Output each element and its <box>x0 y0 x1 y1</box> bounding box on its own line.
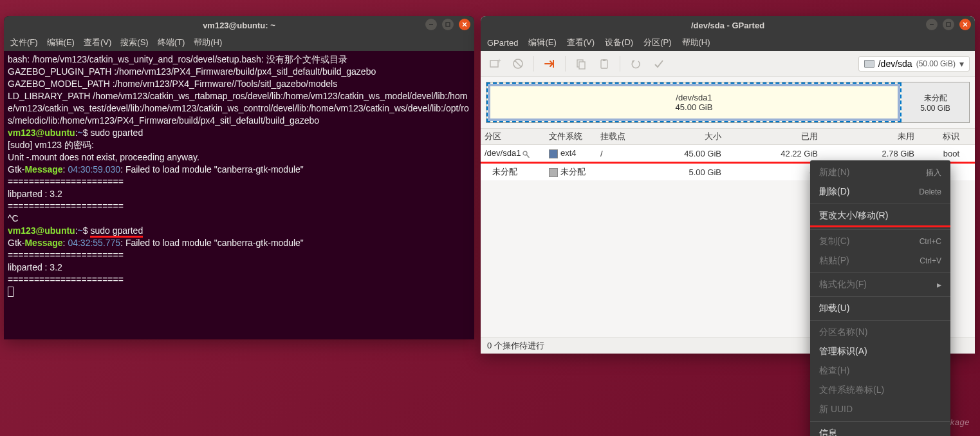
toolbar-separator <box>565 56 566 71</box>
gparted-title: /dev/sda - GParted <box>691 21 764 30</box>
context-menu-item: 新 UUID <box>810 400 950 419</box>
context-menu-item: 粘贴(P)Ctrl+V <box>810 251 950 270</box>
context-menu-shortcut: Ctrl+V <box>920 256 941 265</box>
terminal-menu-help[interactable]: 帮助(H) <box>194 37 222 48</box>
context-menu-item[interactable]: 更改大小/移动(R) <box>810 206 950 225</box>
context-menu-label: 卸载(U) <box>819 303 849 314</box>
terminal-menubar: 文件(F) 编辑(E) 查看(V) 搜索(S) 终端(T) 帮助(H) <box>4 34 474 51</box>
term-command: sudo gparted <box>90 128 143 138</box>
terminal-window-controls <box>425 19 470 30</box>
col-mountpoint[interactable]: 挂载点 <box>596 131 635 142</box>
table-row[interactable]: /dev/sda1 ext4 / 45.00 GiB 42.22 GiB 2.7… <box>481 145 975 162</box>
terminal-minimize-button[interactable] <box>425 19 437 30</box>
context-menu-label: 复制(C) <box>819 236 849 247</box>
svg-rect-1 <box>446 23 450 26</box>
terminal-menu-file[interactable]: 文件(F) <box>10 37 38 48</box>
new-partition-button[interactable]: + <box>486 55 504 73</box>
chevron-down-icon: ▾ <box>959 59 964 69</box>
resize-move-button[interactable] <box>541 55 559 73</box>
menu-separator <box>810 421 950 422</box>
gparted-minimize-button[interactable] <box>926 19 938 30</box>
context-menu-label: 管理标识(A) <box>819 346 867 357</box>
row-fs: ext4 <box>560 148 577 158</box>
gparted-window-controls <box>926 19 971 30</box>
context-menu-label: 新建(N) <box>819 167 849 178</box>
term-line: ^C <box>8 213 19 223</box>
terminal-window: vm123@ubuntu: ~ 文件(F) 编辑(E) 查看(V) 搜索(S) … <box>4 16 474 339</box>
context-menu-item: 复制(C)Ctrl+C <box>810 232 950 251</box>
delete-partition-button[interactable] <box>509 55 527 73</box>
terminal-cursor <box>8 287 14 297</box>
paste-button[interactable] <box>595 55 613 73</box>
term-line: ====================== <box>8 201 124 211</box>
disk-map-unallocated[interactable]: 未分配 5.00 GiB <box>901 82 969 122</box>
menu-separator <box>810 272 950 273</box>
context-menu-shortcut: Delete <box>919 187 941 196</box>
terminal-titlebar[interactable]: vm123@ubuntu: ~ <box>4 16 474 34</box>
context-menu-label: 格式化为(F) <box>819 279 867 290</box>
term-prompt-path: ~ <box>78 128 83 138</box>
context-menu-label: 文件系统卷标(L) <box>819 384 884 396</box>
lock-icon <box>522 150 530 158</box>
col-filesystem[interactable]: 文件系统 <box>545 131 596 142</box>
term-line: ====================== <box>8 274 124 285</box>
row-partition-name: 未分配 <box>492 167 517 176</box>
gparted-titlebar[interactable]: /dev/sda - GParted <box>481 16 975 34</box>
disk-map-label: /dev/sda1 <box>676 93 712 102</box>
disk-map-partition[interactable]: /dev/sda1 45.00 GiB <box>486 82 901 122</box>
terminal-menu-view[interactable]: 查看(V) <box>84 37 111 48</box>
gparted-menu-edit[interactable]: 编辑(E) <box>528 37 556 48</box>
terminal-menu-search[interactable]: 搜索(S) <box>120 37 148 48</box>
term-line: [sudo] vm123 的密码: <box>8 140 94 150</box>
copy-button[interactable] <box>572 55 590 73</box>
row-partition-name: /dev/sda1 <box>485 148 521 158</box>
context-menu-item[interactable]: 卸载(U) <box>810 299 950 318</box>
gparted-menu-view[interactable]: 查看(V) <box>567 37 595 48</box>
row-size: 45.00 GiB <box>635 149 725 158</box>
partition-table-header[interactable]: 分区 文件系统 挂载点 大小 已用 未用 标识 <box>481 128 975 145</box>
device-selector[interactable]: /dev/sda (50.00 GiB) ▾ <box>858 56 970 71</box>
terminal-menu-terminal[interactable]: 终端(T) <box>158 37 185 48</box>
term-command-highlighted: sudo gparted <box>90 225 143 236</box>
disk-map-unallocated-size: 5.00 GiB <box>920 104 950 113</box>
context-menu-item[interactable]: 删除(D)Delete <box>810 182 950 202</box>
menu-separator <box>810 229 950 230</box>
col-flags[interactable]: 标识 <box>918 131 975 142</box>
apply-button[interactable] <box>650 55 668 73</box>
gparted-toolbar: + /dev/sda (50.00 GiB) ▾ <box>481 51 975 77</box>
context-menu-item[interactable]: 管理标识(A) <box>810 342 950 361</box>
context-menu-label: 分区名称(N) <box>819 327 867 338</box>
terminal-menu-edit[interactable]: 编辑(E) <box>47 37 75 48</box>
col-free[interactable]: 未用 <box>822 131 918 142</box>
gparted-maximize-button[interactable] <box>943 19 954 30</box>
row-fs: 未分配 <box>560 167 586 176</box>
disk-map[interactable]: /dev/sda1 45.00 GiB 未分配 5.00 GiB <box>486 82 970 123</box>
row-used: --- <box>725 167 822 177</box>
row-mountpoint: / <box>596 149 635 158</box>
col-partition[interactable]: 分区 <box>481 131 545 142</box>
disk-map-size: 45.00 GiB <box>676 102 713 112</box>
gparted-menu-partition[interactable]: 分区(P) <box>643 37 671 48</box>
context-menu-shortcut: 插入 <box>926 167 941 178</box>
gparted-close-button[interactable] <box>959 19 971 30</box>
gparted-menu-gparted[interactable]: GParted <box>487 38 518 48</box>
submenu-arrow-icon: ▸ <box>937 280 941 290</box>
terminal-close-button[interactable] <box>459 19 470 30</box>
gparted-menu-device[interactable]: 设备(D) <box>605 37 633 48</box>
term-line: bash: /home/vm123/catkin_ws_unity_and_ro… <box>8 54 266 64</box>
term-line: Unit -.mount does not exist, proceeding … <box>8 152 199 162</box>
col-used[interactable]: 已用 <box>725 131 822 142</box>
undo-button[interactable] <box>627 55 645 73</box>
term-prompt-user: vm123@ubuntu <box>8 128 75 138</box>
partition-context-menu: 新建(N)插入删除(D)Delete更改大小/移动(R)复制(C)Ctrl+C粘… <box>810 160 950 436</box>
gparted-menu-help[interactable]: 帮助(H) <box>682 37 710 48</box>
term-line: libparted : 3.2 <box>8 189 62 199</box>
row-free: 2.78 GiB <box>822 149 918 158</box>
status-text: 0 个操作待进行 <box>487 340 544 352</box>
terminal-body[interactable]: bash: /home/vm123/catkin_ws_unity_and_ro… <box>4 51 474 339</box>
term-line: LD_LIBRARY_PATH /home/vm123/catkin_ws_rt… <box>8 91 469 126</box>
terminal-maximize-button[interactable] <box>442 19 454 30</box>
context-menu-item[interactable]: 信息 <box>810 424 950 436</box>
col-size[interactable]: 大小 <box>635 131 725 142</box>
annotation-highlight-line <box>810 225 950 227</box>
